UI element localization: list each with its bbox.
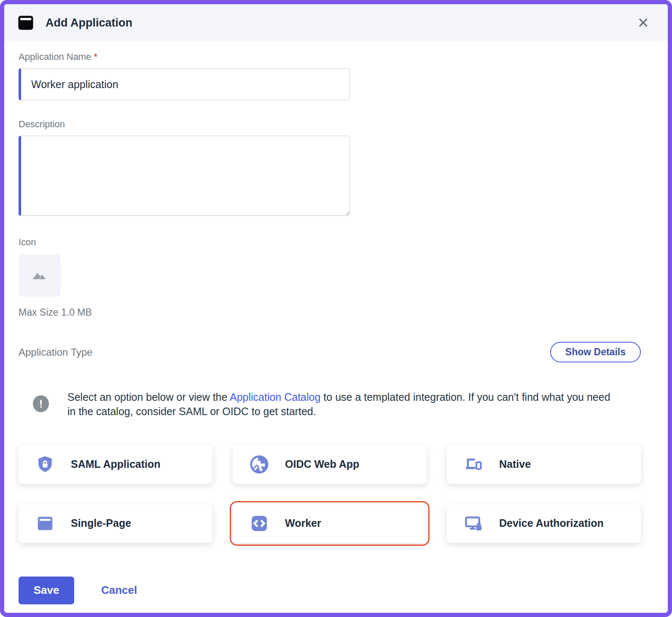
application-catalog-link[interactable]: Application Catalog <box>230 391 320 403</box>
card-saml-application[interactable]: SAML Application <box>19 445 212 484</box>
shield-lock-icon <box>35 455 55 474</box>
close-icon[interactable]: ✕ <box>637 16 650 30</box>
modal-header: Add Application ✕ <box>4 4 668 41</box>
globe-icon <box>250 455 269 474</box>
monitor-lock-icon <box>464 514 483 533</box>
modal-footer: Save Cancel <box>19 577 641 604</box>
image-mountain-icon <box>30 265 49 286</box>
card-label: Worker <box>285 517 321 529</box>
description-group: Description <box>19 119 641 216</box>
card-device-authorization[interactable]: Device Authorization <box>447 504 641 543</box>
application-name-group: Application Name* <box>19 51 641 100</box>
modal-body: Application Name* Description Icon Max S… <box>4 41 668 604</box>
icon-group: Icon Max Size 1.0 MB <box>19 237 641 318</box>
cancel-button[interactable]: Cancel <box>101 584 137 597</box>
card-label: OIDC Web App <box>285 458 359 470</box>
application-name-label: Application Name* <box>19 51 97 62</box>
application-type-grid: SAML Application OIDC Web App <box>19 445 641 543</box>
modal-title: Add Application <box>46 16 132 30</box>
description-label: Description <box>19 119 65 129</box>
add-application-modal: Add Application ✕ Application Name* Desc… <box>0 0 672 617</box>
icon-upload-area[interactable] <box>19 255 61 297</box>
card-label: SAML Application <box>71 458 161 470</box>
application-type-label: Application Type <box>19 346 93 358</box>
card-label: Device Authorization <box>499 517 604 529</box>
browser-icon <box>35 514 55 533</box>
card-worker[interactable]: Worker <box>233 504 427 543</box>
icon-label: Icon <box>19 237 36 247</box>
card-native[interactable]: Native <box>447 445 641 484</box>
card-label: Native <box>499 458 531 470</box>
save-button[interactable]: Save <box>19 577 74 604</box>
card-label: Single-Page <box>71 517 131 529</box>
code-icon <box>250 514 269 533</box>
show-details-button[interactable]: Show Details <box>550 342 641 362</box>
card-oidc-web-app[interactable]: OIDC Web App <box>233 445 427 484</box>
max-size-text: Max Size 1.0 MB <box>19 307 641 318</box>
notice-row: ! Select an option below or view the App… <box>19 390 641 419</box>
application-type-row: Application Type Show Details <box>19 342 641 362</box>
notice-text: Select an option below or view the Appli… <box>67 390 616 419</box>
app-window-icon <box>17 14 35 32</box>
application-name-input[interactable] <box>19 68 350 100</box>
devices-icon <box>464 455 483 474</box>
info-exclamation-icon: ! <box>33 395 49 412</box>
description-textarea[interactable] <box>19 136 350 216</box>
card-single-page[interactable]: Single-Page <box>19 504 212 543</box>
required-asterisk: * <box>94 51 97 62</box>
